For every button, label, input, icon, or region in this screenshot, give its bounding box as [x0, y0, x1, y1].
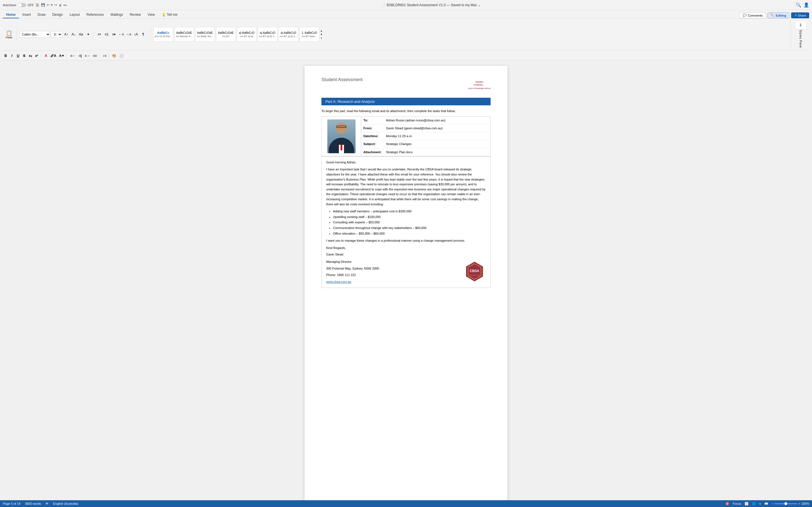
bold-button[interactable]: B — [3, 53, 8, 59]
italic-button[interactable]: I — [9, 53, 15, 59]
undo-dropdown-icon[interactable]: ▾ — [51, 3, 53, 7]
part-title: Research and Analysis — [338, 100, 375, 104]
font-color-button[interactable]: A — [43, 53, 49, 59]
style-item-7[interactable]: 1. AaBbCcD AA BT Num... — [299, 27, 319, 42]
title-bar: AutoSave OFF 🏠 💾 ↩ ▾ ↪ 🖨 ••• 📄 BSBLDR601… — [0, 0, 812, 10]
title-bar-right: 🔍 👤 — [796, 2, 809, 8]
more-icon[interactable]: ••• — [63, 3, 67, 7]
style-item-6[interactable]: a) AaBbCcD AA BT a) b) 1... — [278, 27, 298, 42]
strikethrough-button[interactable]: S — [21, 53, 27, 59]
zoom-track[interactable] — [774, 503, 797, 504]
tab-references[interactable]: References — [83, 11, 107, 18]
autosave-toggle[interactable] — [18, 3, 26, 7]
attachment-value: Strategic Plan.docx — [384, 150, 490, 154]
text-effects-button[interactable]: A✦ — [58, 53, 66, 59]
zoom-control[interactable]: − + 100% — [772, 502, 809, 505]
ribbon-actions: 💬 Comments ✏️ Editing ↗ Share — [740, 12, 809, 18]
immersive-reader-icon[interactable]: 📖 — [764, 502, 768, 506]
web-view-icon[interactable]: 🌐 — [752, 502, 756, 506]
numbered-list-button[interactable]: ≡1 — [103, 31, 110, 38]
multi-list-button[interactable]: ≡▾ — [110, 31, 117, 38]
layout-view-icon[interactable]: ⬜ — [745, 502, 749, 506]
bullet-item-1: Upskilling existing staff – $100,000 — [333, 215, 486, 220]
font-case-button[interactable]: Aa — [78, 31, 84, 38]
tab-tell-me[interactable]: 💡 Tell me — [158, 11, 181, 18]
highlight-button[interactable]: 🖊A — [49, 53, 57, 59]
align-group: ≡← ≡| ≡→ ≡≡ — [68, 53, 99, 59]
title-bar-left: AutoSave OFF 🏠 💾 ↩ ▾ ↪ 🖨 ••• — [3, 3, 66, 7]
save-icon[interactable]: 💾 — [41, 3, 45, 7]
increase-font-button[interactable]: A↑ — [63, 31, 70, 38]
font-group: Calibri (Bo... 10 A↑ A↓ Aa ✦ — [18, 31, 93, 38]
paragraph-marks-button[interactable]: ¶ — [140, 31, 147, 38]
from-label: From: — [361, 126, 384, 130]
styles-pane-button[interactable]: Aa Styles Pane — [791, 20, 810, 49]
cbsa-logo-svg: CBSA CONSULTING — [463, 260, 486, 283]
sender-address: 300 Fictional Way, Sydney, NSW 2000 — [326, 266, 379, 271]
tab-home[interactable]: Home — [3, 11, 19, 18]
tab-layout[interactable]: Layout — [66, 11, 83, 18]
text-format-group: A 🖊A A✦ — [42, 53, 67, 59]
align-left-button[interactable]: ≡← — [69, 53, 77, 59]
tab-insert[interactable]: Insert — [19, 11, 34, 18]
search-icon[interactable]: 🔍 — [796, 2, 801, 8]
outline-view-icon[interactable]: ≡ — [759, 502, 761, 505]
zoom-plus[interactable]: + — [798, 502, 800, 505]
sender-website[interactable]: www.cbsa.com.au — [326, 280, 351, 283]
intro-paragraph: To begin this part, read the following e… — [321, 109, 491, 114]
list-group: ≡• ≡1 ≡▾ ←≡ →≡ ↕A ¶ — [95, 31, 148, 38]
comments-button[interactable]: 💬 Comments — [740, 12, 766, 18]
font-size-select[interactable]: 10 — [51, 31, 62, 38]
style-item-1[interactable]: AaBbCcDdE AA Banner P... — [174, 27, 194, 42]
email-fields: To: Adrian Russo (adrian.russo@cbsa.com.… — [361, 117, 490, 156]
gallery-arrow[interactable]: ▲ ▼ ≡ — [319, 30, 324, 40]
decrease-indent-button[interactable]: ←≡ — [118, 31, 124, 38]
subscript-button[interactable]: x₂ — [28, 53, 33, 59]
accessibility-icon[interactable]: 👁 — [45, 502, 49, 505]
clear-format-button[interactable]: ✦ — [85, 31, 92, 38]
borders-button[interactable]: ⬜ — [118, 53, 124, 59]
sort-button[interactable]: ↕A — [133, 31, 139, 38]
superscript-button[interactable]: x² — [34, 53, 40, 59]
focus-icon[interactable]: 🎯 — [725, 502, 729, 506]
line-spacing-button[interactable]: ↕≡ — [101, 53, 107, 59]
tab-review[interactable]: Review — [126, 11, 144, 18]
ribbon-tabs: Home Insert Draw Design Layout Reference… — [0, 10, 812, 18]
paste-button[interactable]: 📋 Paste — [4, 29, 14, 40]
underline-button[interactable]: U — [15, 53, 21, 59]
shading-button[interactable]: 🎨 — [111, 53, 117, 59]
increase-indent-button[interactable]: →≡ — [125, 31, 132, 38]
tab-view[interactable]: View — [144, 11, 158, 18]
bullet-item-0: Adding new staff members – anticipated c… — [333, 209, 486, 214]
style-item-4[interactable]: a) AaBbCcD AA BT a) b) — [237, 27, 257, 42]
style-item-0[interactable]: AaBbCc (H1 U) St Pet... — [153, 27, 173, 42]
print-icon[interactable]: 🖨 — [59, 3, 62, 7]
undo-icon[interactable]: ↩ — [47, 3, 49, 7]
justify-button[interactable]: ≡≡ — [92, 53, 98, 59]
spacing-group: ↕≡ — [100, 53, 109, 59]
decrease-font-button[interactable]: A↓ — [70, 31, 77, 38]
style-item-3[interactable]: AaBbCcDdE AA BT — [216, 27, 236, 42]
styles-gallery: AaBbCc (H1 U) St Pet... AaBbCcDdE AA Ban… — [153, 27, 319, 42]
font-name-select[interactable]: Calibri (Bo... — [19, 31, 50, 38]
align-right-button[interactable]: ≡→ — [84, 53, 91, 59]
bullet-list-button[interactable]: ≡• — [96, 31, 103, 38]
saved-state: Saved to my Mac — [451, 3, 477, 7]
style-item-5[interactable]: a) AaBbCcD AA BT a) b) 1... — [258, 27, 277, 42]
institute-logo: Streten Institute... Academy of knowledg… — [468, 77, 491, 92]
tab-design[interactable]: Design — [49, 11, 66, 18]
attachment-label: Attachment: — [361, 150, 384, 154]
redo-icon[interactable]: ↪ — [54, 3, 57, 7]
style-item-2[interactable]: AaBbCcDdE AA Body Tex... — [195, 27, 215, 42]
align-center-button[interactable]: ≡| — [77, 53, 83, 59]
share-button[interactable]: ↗ Share — [791, 12, 809, 18]
email-from-row: From: Gavin Stead (gavin.stead@cbsa.com.… — [361, 124, 490, 132]
zoom-minus[interactable]: − — [772, 502, 773, 505]
tab-draw[interactable]: Draw — [34, 11, 49, 18]
status-bar-right: 🎯 Focus ⬜ 🌐 ≡ 📖 − + 100% — [725, 502, 809, 506]
svg-text:Streten: Streten — [475, 80, 483, 83]
home-icon[interactable]: 🏠 — [36, 3, 40, 7]
editing-button[interactable]: ✏️ Editing — [767, 12, 789, 18]
user-icon[interactable]: 👤 — [804, 2, 809, 8]
tab-mailings[interactable]: Mailings — [107, 11, 126, 18]
